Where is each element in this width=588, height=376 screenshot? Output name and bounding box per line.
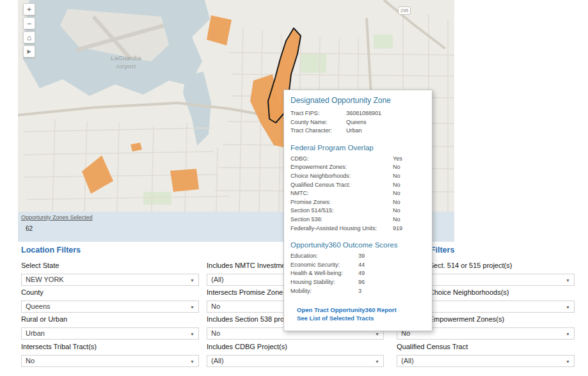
opportunity-zone[interactable] (170, 169, 199, 192)
tooltip-row: Mobility: 3 (290, 287, 425, 296)
filter-label: Intersects Tribal Tract(s) (21, 343, 199, 352)
filter-label: Select State (21, 262, 199, 271)
select-state-dropdown[interactable]: NEW YORK ▼ (21, 274, 199, 286)
filter-label: Rural or Urban (21, 315, 199, 325)
selected-zones-count: 62 (26, 225, 33, 232)
row-label: Empowerment Zones: (290, 163, 393, 172)
cdbg-dropdown[interactable]: (All) ▼ (207, 355, 384, 367)
tooltip-row: CDBG: Yes (290, 155, 425, 164)
chevron-down-icon: ▼ (375, 332, 379, 336)
tract-tooltip: Designated Opportunity Zone Tract FIPS: … (283, 90, 433, 331)
dropdown-value: (All) (211, 357, 224, 364)
zoom-in-button[interactable]: + (23, 3, 35, 15)
filter-county: County Queens ▼ (21, 288, 199, 313)
dropdown-value: NEW YORK (26, 276, 64, 283)
row-label: Choice Neighborhoods: (290, 172, 393, 181)
tooltip-row: Section 538: No (290, 215, 425, 224)
row-value: 39 (358, 252, 425, 261)
row-label: Federally-Assisted Housing Units: (290, 224, 393, 233)
tooltip-row: Tract FIPS: 36081088901 (290, 109, 425, 118)
chevron-down-icon: ▼ (566, 359, 570, 364)
row-value: 44 (358, 261, 425, 270)
chevron-down-icon: ▼ (190, 359, 195, 364)
qualified-census-tract-dropdown[interactable]: (All) ▼ (397, 355, 575, 367)
map-label-airport: LaGuardia Airport (97, 54, 155, 70)
row-value: 96 (358, 278, 425, 287)
row-value: Queens (346, 118, 425, 127)
row-value: No (393, 181, 425, 190)
dropdown-value: No (211, 302, 220, 310)
park (374, 35, 393, 49)
filter-label: County (21, 288, 199, 298)
open-tract-report-link[interactable]: Open Tract Opportunity360 Report (297, 306, 425, 314)
filter-tribal-tract: Intersects Tribal Tract(s) No ▼ (21, 343, 199, 367)
filter-label: Includes CDBG Project(s) (207, 343, 384, 352)
dropdown-value: No (211, 329, 220, 337)
row-value: No (393, 189, 425, 198)
rural-urban-dropdown[interactable]: Urban ▼ (21, 327, 199, 340)
row-label: Section 514/515: (290, 207, 393, 215)
tooltip-row: Housing Stability: 96 (290, 278, 425, 287)
row-value: 919 (393, 224, 425, 233)
tooltip-row: Education: 39 (290, 252, 425, 261)
row-label: Tract FIPS: (290, 109, 346, 118)
filter-qualified-census-tract: Qualified Census Tract (All) ▼ (397, 343, 575, 367)
row-label: Mobility: (290, 287, 358, 296)
tooltip-row: Choice Neighborhoods: No (290, 172, 425, 181)
tooltip-links: Open Tract Opportunity360 Report See Lis… (290, 306, 425, 322)
filter-select-state: Select State NEW YORK ▼ (21, 262, 199, 286)
chevron-down-icon: ▼ (566, 332, 570, 336)
row-label: Economic Security: (290, 261, 358, 270)
row-label: County Name: (290, 118, 346, 127)
tooltip-row: County Name: Queens (290, 118, 425, 127)
row-label: NMTC: (290, 189, 393, 198)
tooltip-row: Empowerment Zones: No (290, 163, 425, 172)
filter-cdbg: Includes CDBG Project(s) (All) ▼ (207, 343, 384, 367)
outcome-scores-heading: Opportunity360 Outcome Scores (290, 241, 425, 249)
tribal-tract-dropdown[interactable]: No ▼ (21, 355, 199, 367)
location-filters-heading: Location Filters (21, 246, 81, 255)
home-button[interactable]: ⌂ (23, 31, 35, 43)
row-value: No (393, 163, 425, 172)
dashboard-page: LaGuardia Airport 295 678 + − ⌂ ▶ Opport… (0, 0, 588, 376)
chevron-down-icon: ▼ (190, 278, 195, 283)
county-dropdown[interactable]: Queens ▼ (21, 301, 199, 313)
dropdown-value: Queens (26, 302, 51, 310)
dropdown-value: (All) (401, 357, 414, 364)
row-label: CDBG: (290, 155, 393, 164)
row-value: No (393, 207, 425, 215)
see-selected-tracts-link[interactable]: See List of Selected Tracts (297, 314, 425, 322)
row-value: 36081088901 (346, 109, 425, 118)
chevron-down-icon: ▼ (566, 305, 570, 309)
row-label: Housing Stability: (290, 278, 358, 287)
tooltip-row: Federally-Assisted Housing Units: 919 (290, 224, 425, 233)
dropdown-value: No (26, 357, 35, 364)
filter-label: Qualified Census Tract (397, 343, 575, 352)
row-value: Urban (346, 127, 425, 136)
park (143, 192, 171, 205)
row-value: Yes (393, 155, 425, 164)
row-label: Section 538: (290, 215, 393, 224)
tooltip-row: Tract Character: Urban (290, 127, 425, 136)
map-nav-controls: + − ⌂ ▶ (23, 3, 36, 59)
tooltip-row: Section 514/515: No (290, 207, 425, 215)
chevron-down-icon: ▼ (190, 332, 195, 336)
tooltip-row: Promise Zones: No (290, 198, 425, 207)
zoom-out-button[interactable]: − (23, 17, 35, 29)
row-label: Education: (290, 252, 358, 261)
tooltip-row: Economic Security: 44 (290, 261, 425, 270)
row-label: Qualified Census Tract: (290, 181, 393, 190)
dropdown-value: (All) (211, 276, 224, 283)
row-label: Promise Zones: (290, 198, 393, 207)
map-tools-expand-button[interactable]: ▶ (23, 45, 35, 58)
tooltip-row: NMTC: No (290, 189, 425, 198)
filter-rural-urban: Rural or Urban Urban ▼ (21, 315, 199, 340)
tooltip-title: Designated Opportunity Zone (290, 96, 425, 105)
federal-overlap-heading: Federal Program Overlap (290, 144, 425, 152)
dropdown-value: Urban (26, 329, 45, 337)
row-value: 49 (358, 269, 425, 278)
row-value: No (393, 198, 425, 207)
tooltip-row: Qualified Census Tract: No (290, 181, 425, 190)
road-shield-295: 295 (398, 6, 411, 15)
chevron-down-icon: ▼ (190, 305, 195, 309)
